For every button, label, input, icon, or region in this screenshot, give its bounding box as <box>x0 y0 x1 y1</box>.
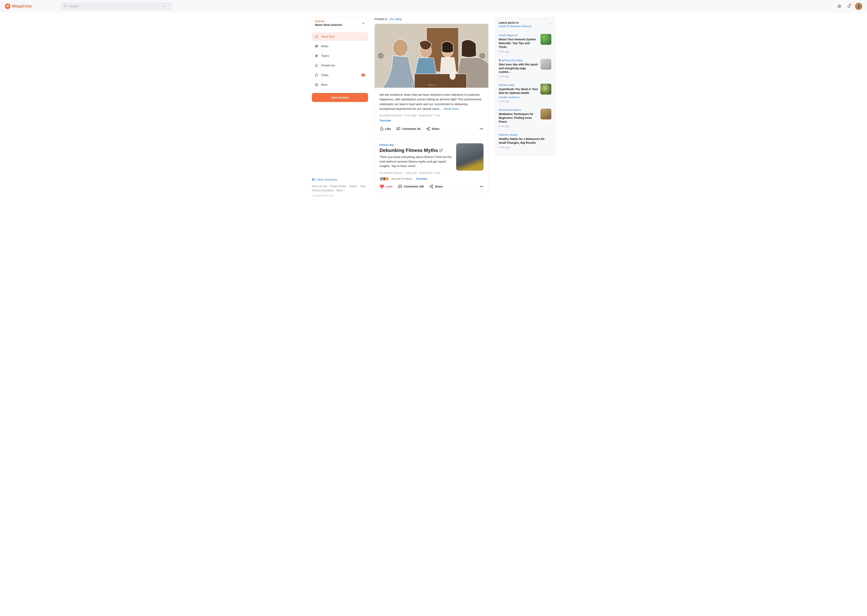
post-excerpt: We are excited to share that we have rea… <box>380 92 484 111</box>
svg-point-6 <box>313 179 314 180</box>
svg-point-19 <box>481 129 482 129</box>
search-container: ⌘F <box>61 2 173 10</box>
post-meta: by Esther Howard · 5 min ago · Read time… <box>380 114 484 117</box>
svg-point-18 <box>480 129 481 129</box>
add-content-button[interactable]: Add content <box>312 93 368 102</box>
haha-reaction-icon: 😆 <box>385 177 389 181</box>
comments-button[interactable]: Comments 26 <box>396 127 421 131</box>
post-meta: by Adorlee Querry · 1 day ago · Read tim… <box>380 171 452 174</box>
sidebar: Channel News feed channel News feed Mixe… <box>312 17 368 197</box>
notifications-button[interactable] <box>845 3 853 10</box>
svg-rect-3 <box>315 47 318 47</box>
svg-point-0 <box>64 5 66 7</box>
copyright: © tchop GmbH 2017 <box>312 194 368 197</box>
admin-dashboard-link[interactable]: Admin dashboard <box>312 178 368 181</box>
more-actions-button[interactable] <box>479 127 484 131</box>
more-circle-icon <box>315 83 318 86</box>
home-icon <box>315 35 318 38</box>
post-category[interactable]: Fitness day <box>380 143 452 146</box>
svg-point-26 <box>482 186 483 187</box>
share-button[interactable]: Share <box>426 127 440 131</box>
reactions-text: You and 24 others <box>391 177 412 180</box>
post-title: Meditation Techniques for Beginners: Fin… <box>499 112 538 124</box>
svg-point-25 <box>481 186 482 187</box>
panel-header[interactable]: Latest posts in Health & Wellness Networ… <box>499 21 551 28</box>
nav-mixes[interactable]: Mixes <box>312 42 368 50</box>
svg-rect-13 <box>415 74 466 88</box>
post-title: Start your day with this quick and energ… <box>499 63 538 74</box>
nav-topics[interactable]: Topics <box>312 52 368 60</box>
post-time: 5 min ago <box>499 75 538 78</box>
post-card: Fitness day Debunking Fitness Myths Thin… <box>374 139 488 192</box>
latest-post-item[interactable]: Mindfulness Matters Meditation Technique… <box>499 105 551 130</box>
nav-news-feed[interactable]: News feed <box>312 32 368 41</box>
user-avatar[interactable]: 👤 <box>855 3 862 10</box>
footer-link[interactable]: More <box>336 189 345 192</box>
latest-post-item[interactable]: Nutrition Daily Superfoods You Need in Y… <box>499 81 551 105</box>
nav-pinned-mix[interactable]: Pinned mix <box>312 61 368 70</box>
hero-prev-button[interactable] <box>378 53 383 59</box>
post-thumbnail <box>540 34 551 45</box>
post-thumbnail <box>540 59 551 70</box>
channel-label: Channel <box>315 20 342 23</box>
toggle-icon <box>312 178 316 181</box>
post-excerpt: Think you know everything about fitness?… <box>380 155 452 168</box>
latest-post-item[interactable]: Health Magazine Boost Your Immune System… <box>499 31 551 56</box>
team-illustration <box>375 24 488 88</box>
nav-chats[interactable]: Chats 2 <box>312 71 368 79</box>
post-title: Boost Your Immune System Naturally: Top … <box>499 38 538 49</box>
post-title[interactable]: Debunking Fitness Myths <box>380 148 452 153</box>
footer-link[interactable]: FAQ <box>360 185 365 188</box>
reactions-summary[interactable]: 👍 ❤ 😆 You and 24 others Translate <box>375 174 488 181</box>
post-source: @FitnessGuruBlog <box>499 59 538 62</box>
chevron-down-icon <box>343 189 345 191</box>
translate-link[interactable]: Translate <box>416 177 427 180</box>
channel-selector[interactable]: Channel News feed channel <box>312 17 368 29</box>
svg-rect-2 <box>315 46 318 46</box>
posted-in-link[interactable]: Our Blog <box>390 17 401 21</box>
panel-title: Latest posts in <box>499 21 531 24</box>
settings-button[interactable] <box>836 3 843 10</box>
search-input[interactable] <box>61 2 173 10</box>
post-hero-image <box>375 24 488 88</box>
nav-more[interactable]: More <box>312 80 368 89</box>
post-source: Nutrition Daily <box>499 84 538 86</box>
share-button[interactable]: Share <box>429 184 443 189</box>
latest-post-item[interactable]: Wellness Weekly Healthy Habits for a Bal… <box>499 130 551 152</box>
gear-icon <box>837 5 841 8</box>
footer-link[interactable]: Terms of Use <box>312 185 327 188</box>
like-button[interactable]: Like <box>380 127 391 131</box>
hero-next-button[interactable] <box>479 53 485 59</box>
post-thumbnail <box>456 143 484 171</box>
comments-button[interactable]: Comments 108 <box>398 184 424 189</box>
svg-point-4 <box>315 83 318 86</box>
chevron-down-icon <box>548 22 551 25</box>
svg-point-9 <box>393 39 408 56</box>
translate-link[interactable]: Translate <box>380 119 391 122</box>
topbar-actions: 👤 <box>836 3 862 10</box>
read-more-link[interactable]: Read more <box>444 107 459 110</box>
post-time: 5 min ago <box>499 125 538 128</box>
panel-subtitle: Health & Wellness Network <box>499 25 531 28</box>
chevron-down-icon <box>362 22 365 25</box>
post-time: 5 min ago <box>499 146 551 149</box>
brand-logo[interactable]: M MegaCorp <box>5 3 56 9</box>
footer-link[interactable]: Imprint <box>349 185 357 188</box>
footer-link[interactable]: General Questions <box>312 189 333 192</box>
footer-link[interactable]: Privacy Policy <box>330 185 346 188</box>
search-shortcut: ⌘F <box>161 4 171 8</box>
mixes-icon <box>315 44 318 48</box>
love-button[interactable]: Love <box>380 184 393 189</box>
post-time: 5 min ago <box>499 50 538 53</box>
post-thumbnail <box>540 84 551 94</box>
post-title: Healthy Habits for a Balanced Life: Smal… <box>499 137 551 145</box>
share-icon <box>429 184 433 189</box>
ellipsis-icon <box>479 184 484 189</box>
post-tags: #health #wellness <box>499 96 538 99</box>
sidebar-footer: Admin dashboard Terms of Use Privacy Pol… <box>312 138 368 197</box>
post-time: 5 min ago <box>499 100 538 103</box>
latest-post-item[interactable]: @FitnessGuruBlog Start your day with thi… <box>499 56 551 81</box>
reaction-icons: 👍 ❤ 😆 <box>380 177 389 181</box>
more-actions-button[interactable] <box>479 184 484 189</box>
thumbs-up-icon <box>380 127 383 131</box>
